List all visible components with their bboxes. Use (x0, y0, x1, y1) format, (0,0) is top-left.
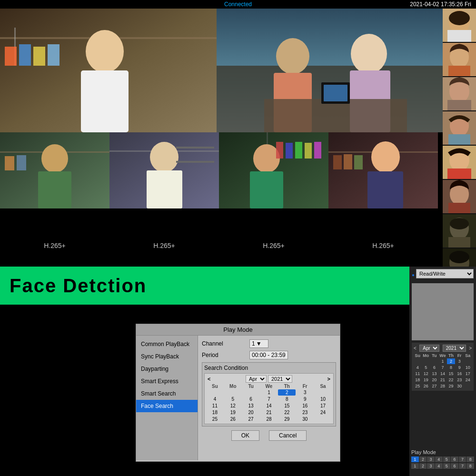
channel-value[interactable]: 1 ▼ (249, 339, 268, 348)
svg-point-33 (253, 144, 280, 173)
svg-rect-8 (33, 47, 45, 66)
svg-rect-45 (344, 154, 352, 169)
face-thumb-1[interactable] (443, 9, 476, 42)
play-num-14[interactable]: 6 (451, 463, 458, 469)
svg-rect-56 (447, 100, 471, 110)
play-num-1[interactable]: 1 (411, 456, 419, 462)
camera-5[interactable] (219, 132, 328, 208)
play-num-10[interactable]: 2 (419, 463, 427, 469)
play-num-3[interactable]: 3 (427, 456, 435, 462)
period-field: Period 00:00 - 23:59 (202, 351, 336, 359)
ok-button[interactable]: OK (231, 430, 259, 441)
svg-rect-5 (81, 70, 129, 132)
read-write-radio-icon: ● (412, 272, 415, 278)
channel-dropdown-icon[interactable]: ▼ (256, 340, 262, 347)
play-num-8[interactable]: 8 (466, 456, 474, 462)
svg-rect-59 (448, 134, 470, 145)
mini-cal-next[interactable]: > (326, 376, 332, 382)
camera-4[interactable] (109, 132, 219, 208)
play-num-9[interactable]: 1 (411, 463, 419, 469)
face-thumb-4[interactable] (443, 111, 476, 145)
camera-3[interactable] (0, 132, 109, 208)
svg-rect-23 (5, 156, 14, 170)
play-num-4[interactable]: 4 (435, 456, 443, 462)
cancel-button[interactable]: Cancel (269, 430, 307, 441)
svg-rect-65 (448, 203, 470, 213)
svg-point-68 (450, 218, 469, 229)
camera-1[interactable] (0, 9, 217, 132)
read-write-select[interactable]: Read/Write (416, 269, 474, 278)
menu-common-playback[interactable]: Common PlayBack (136, 338, 198, 350)
face-thumb-7[interactable] (443, 214, 476, 248)
svg-rect-36 (286, 143, 293, 159)
read-write-row: ● Read/Write (412, 269, 474, 281)
mini-cal-header: < Apr 2021 > (206, 375, 332, 383)
svg-rect-29 (176, 147, 214, 149)
play-num-6[interactable]: 6 (451, 456, 458, 462)
cal-header: < Apr 2021 > (414, 345, 472, 352)
connected-status: Connected (224, 1, 252, 8)
cal-year-select[interactable]: 2021 (443, 345, 466, 352)
face-detection-text: Face Detction (10, 275, 147, 297)
mini-cal-year-select[interactable]: 2021 (268, 375, 292, 383)
play-mode-numbers-row2: 1 2 3 4 5 6 7 8 (411, 463, 474, 469)
menu-sync-playback[interactable]: Sync PlayBack (136, 350, 198, 363)
svg-rect-38 (305, 143, 312, 159)
cal-grid: Su Mo Tu We Th Fr Sa 1 2 3 4 5 6 7 8 9 1… (414, 353, 472, 389)
play-num-2[interactable]: 2 (419, 456, 427, 462)
right-calendar: < Apr 2021 > Su Mo Tu We Th Fr Sa 1 2 3 … (412, 343, 474, 391)
codec-label-2: H.265+ (109, 242, 219, 249)
dialog-content: Channel 1 ▼ Period 00:00 - 23:59 Search … (198, 336, 340, 460)
play-mode-numbers-row1: 1 2 3 4 5 6 7 8 (411, 456, 474, 462)
svg-rect-39 (314, 142, 321, 159)
menu-face-search[interactable]: Face Search (136, 400, 198, 412)
codec-label-4: H.265+ (328, 242, 438, 249)
svg-point-21 (41, 144, 68, 173)
bottom-play-mode-strip: Play Mode 1 2 3 4 5 6 7 8 1 2 3 4 5 6 7 … (409, 447, 476, 476)
svg-rect-37 (295, 142, 302, 159)
play-num-16[interactable]: 8 (466, 463, 474, 469)
video-grid: H.265+ H.265+ H.265+ H.265+ (0, 9, 443, 270)
svg-point-12 (276, 38, 309, 74)
play-num-5[interactable]: 5 (443, 456, 451, 462)
period-value[interactable]: 00:00 - 23:59 (249, 351, 288, 359)
svg-rect-9 (48, 44, 60, 66)
mini-cal-prev[interactable]: < (206, 376, 212, 382)
face-thumb-6[interactable] (443, 180, 476, 213)
search-condition-label: Search Condition (204, 365, 334, 371)
dialog-buttons: OK Cancel (202, 430, 336, 441)
face-thumb-3[interactable] (443, 77, 476, 110)
svg-rect-43 (367, 171, 403, 208)
channel-field: Channel 1 ▼ (202, 339, 336, 348)
play-num-7[interactable]: 7 (459, 456, 466, 462)
svg-point-27 (150, 142, 178, 172)
play-num-12[interactable]: 4 (435, 463, 443, 469)
codec-label-1: H.265+ (0, 242, 109, 249)
svg-point-14 (351, 34, 387, 74)
codec-label-3: H.265+ (219, 242, 328, 249)
face-thumb-2[interactable] (443, 43, 476, 76)
mini-cal-month-select[interactable]: Apr (246, 375, 267, 383)
play-mode-strip-label: Play Mode (411, 449, 474, 455)
menu-smart-express[interactable]: Smart Express (136, 375, 198, 387)
status-bar: Connected 2021-04-02 17:35:26 Fri (0, 0, 476, 9)
mini-cal-grid: Su Mo Tu We Th Fr Sa 1 2 3 4 (206, 384, 332, 422)
svg-rect-18 (324, 85, 347, 101)
cal-prev[interactable]: < (414, 346, 416, 351)
svg-rect-34 (250, 171, 283, 208)
datetime-display: 2021-04-02 17:35:26 Fri (410, 1, 471, 8)
right-panel-gray-area (412, 283, 474, 340)
menu-dayparting[interactable]: Dayparting (136, 363, 198, 375)
mini-cal-month-year: Apr 2021 (246, 375, 292, 383)
play-num-15[interactable]: 7 (459, 463, 466, 469)
play-num-11[interactable]: 3 (427, 463, 435, 469)
cal-next[interactable]: > (469, 346, 472, 351)
cal-month-select[interactable]: Apr (419, 345, 439, 352)
play-num-13[interactable]: 5 (443, 463, 451, 469)
play-mode-dialog: Play Mode Common PlayBack Sync PlayBack … (136, 324, 340, 462)
camera-2[interactable] (217, 9, 443, 132)
face-thumb-5[interactable] (443, 146, 476, 179)
camera-6[interactable] (328, 132, 438, 208)
search-condition-box: Search Condition < Apr 2021 > (202, 362, 336, 426)
menu-smart-search[interactable]: Smart Search (136, 387, 198, 400)
